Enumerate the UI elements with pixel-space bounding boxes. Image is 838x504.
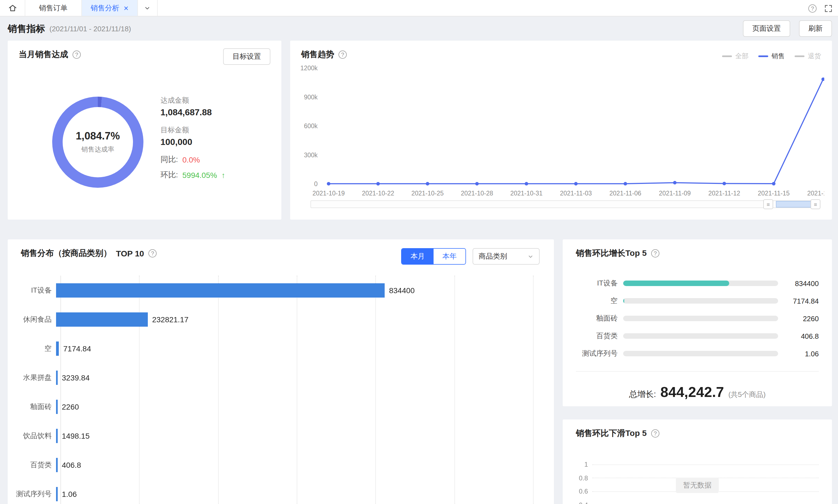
tab-sales-orders[interactable]: 销售订单 bbox=[25, 0, 82, 16]
bar[interactable] bbox=[56, 312, 148, 326]
row-value: 7174.84 bbox=[778, 297, 819, 305]
page-settings-button[interactable]: 页面设置 bbox=[743, 20, 790, 37]
legend-item-sales[interactable]: 销售 bbox=[758, 52, 785, 61]
home-tab[interactable] bbox=[0, 0, 25, 16]
grid-row: 0.4 bbox=[576, 502, 819, 504]
data-point bbox=[772, 182, 775, 185]
y-tick-label: 0.8 bbox=[576, 474, 592, 482]
bar[interactable] bbox=[56, 487, 57, 501]
x-tick-label: 2021-10-25 bbox=[411, 190, 444, 197]
trend-legend: 全部 销售 退货 bbox=[722, 52, 821, 61]
help-icon[interactable]: ? bbox=[338, 51, 347, 59]
bar-area: 1.06 bbox=[56, 487, 554, 501]
bar-area: 3239.84 bbox=[56, 370, 554, 384]
y-tick-label: 0.6 bbox=[576, 488, 592, 495]
category-label: 测试序列号 bbox=[8, 489, 56, 499]
refresh-button[interactable]: 刷新 bbox=[799, 20, 832, 37]
line-dash-icon bbox=[758, 55, 768, 57]
legend-item-all[interactable]: 全部 bbox=[722, 52, 748, 61]
progress-track bbox=[623, 351, 778, 356]
bar-area: 834400 bbox=[56, 283, 554, 297]
tab-sales-analysis[interactable]: 销售分析 × bbox=[82, 0, 138, 16]
target-settings-button[interactable]: 目标设置 bbox=[223, 48, 270, 65]
sales-trend-card: 销售趋势 ? 全部 销售 退货 1200k900k600k300k02021-1… bbox=[290, 41, 832, 220]
growth-row: 测试序列号1.06 bbox=[576, 345, 819, 362]
category-label: 空 bbox=[576, 296, 623, 306]
y-tick-label: 1 bbox=[576, 461, 592, 468]
progress-track bbox=[623, 316, 778, 321]
category-label: 休闲食品 bbox=[8, 314, 56, 324]
row-value: 834400 bbox=[778, 279, 819, 287]
tab-list-dropdown[interactable] bbox=[138, 0, 158, 16]
gridline bbox=[592, 464, 819, 465]
bar-area: 232821.17 bbox=[56, 312, 554, 326]
fullscreen-icon[interactable] bbox=[824, 4, 833, 12]
bar-row: IT设备834400 bbox=[8, 276, 554, 305]
growth-row: 百货类406.8 bbox=[576, 327, 819, 345]
help-icon[interactable]: ? bbox=[72, 51, 81, 59]
top10-label: TOP 10 bbox=[116, 249, 144, 258]
mom-decline-card: 销售环比下滑Top 5 ? 暂无数据 10.80.60.40.20 bbox=[563, 419, 832, 504]
achievement-percent: 1,084.7% bbox=[76, 130, 120, 142]
achievement-card: 当月销售达成 ? 目标设置 1,084.7% 销售达成率 达成金额 1,084,… bbox=[8, 41, 281, 220]
bar[interactable] bbox=[56, 429, 57, 443]
zoom-handle-left[interactable]: ≡ bbox=[763, 199, 773, 209]
progress-fill bbox=[623, 281, 729, 286]
bar-value: 834400 bbox=[389, 286, 415, 294]
growth-row: 空7174.84 bbox=[576, 292, 819, 310]
decline-empty-chart: 暂无数据 10.80.60.40.20 bbox=[576, 419, 819, 504]
bar-row: 饮品饮料1498.15 bbox=[8, 421, 554, 450]
this-month-button[interactable]: 本月 bbox=[402, 249, 434, 264]
category-label: 测试序列号 bbox=[576, 349, 623, 359]
bar-row: 空7174.84 bbox=[8, 334, 554, 363]
bar[interactable] bbox=[56, 341, 59, 356]
help-icon[interactable]: ? bbox=[808, 4, 817, 12]
distribution-bar-chart: IT设备834400休闲食品232821.17空7174.84水果拼盘3239.… bbox=[8, 276, 554, 504]
card-title: 销售趋势 bbox=[301, 49, 334, 60]
help-icon[interactable]: ? bbox=[651, 249, 659, 257]
bar-area: 406.8 bbox=[56, 457, 554, 472]
bar[interactable] bbox=[56, 283, 385, 297]
growth-row: IT设备834400 bbox=[576, 274, 819, 292]
yoy-label: 同比: bbox=[160, 155, 178, 165]
close-icon[interactable]: × bbox=[124, 4, 128, 12]
bar[interactable] bbox=[56, 399, 57, 414]
bar-row: 测试序列号1.06 bbox=[8, 479, 554, 504]
bar-row: 釉面砖2260 bbox=[8, 392, 554, 421]
this-year-button[interactable]: 本年 bbox=[434, 249, 466, 264]
y-tick-label: 900k bbox=[304, 94, 318, 101]
bar-area: 2260 bbox=[56, 399, 554, 414]
bar[interactable] bbox=[56, 370, 57, 384]
category-label: 饮品饮料 bbox=[8, 431, 56, 440]
sales-analysis-dashboard: 销售订单 销售分析 × ? 销售指标 (2021/11/01 - 2021/11… bbox=[0, 0, 838, 504]
card-title: 当月销售达成 bbox=[19, 49, 68, 60]
category-label: 百货类 bbox=[8, 460, 56, 470]
yoy-value: 0.0% bbox=[182, 155, 200, 164]
total-growth-suffix: (共5个商品) bbox=[728, 390, 766, 400]
sales-series-line bbox=[329, 79, 823, 184]
chevron-down-icon bbox=[527, 253, 534, 259]
bar-value: 232821.17 bbox=[152, 315, 189, 324]
y-tick-label: 300k bbox=[304, 151, 318, 159]
zoom-window[interactable] bbox=[776, 201, 811, 208]
data-point bbox=[327, 182, 331, 185]
zoom-handle-right[interactable]: ≡ bbox=[810, 199, 820, 209]
achievement-donut-chart: 1,084.7% 销售达成率 bbox=[52, 97, 143, 188]
category-label: 釉面砖 bbox=[576, 313, 623, 323]
x-tick-label: 2021-10-28 bbox=[461, 190, 493, 197]
card-title: 销售环比增长Top 5 bbox=[576, 248, 647, 258]
category-select[interactable]: 商品类别 bbox=[473, 248, 540, 265]
total-growth-value: 844,242.7 bbox=[661, 384, 724, 401]
line-dash-icon bbox=[795, 55, 804, 57]
progress-track bbox=[623, 298, 778, 304]
help-icon[interactable]: ? bbox=[149, 249, 157, 257]
chart-zoom-scrollbar[interactable]: ≡ ≡ bbox=[311, 200, 820, 208]
up-arrow-icon: ↑ bbox=[222, 171, 225, 180]
growth-row: 釉面砖2260 bbox=[576, 310, 819, 327]
mom-value: 5994.05% bbox=[182, 171, 217, 180]
legend-item-returns[interactable]: 退货 bbox=[795, 52, 821, 61]
bar[interactable] bbox=[56, 457, 57, 472]
progress-track bbox=[623, 281, 778, 286]
growth-total: 总增长: 844,242.7 (共5个商品) bbox=[576, 371, 819, 401]
data-point bbox=[821, 77, 824, 81]
